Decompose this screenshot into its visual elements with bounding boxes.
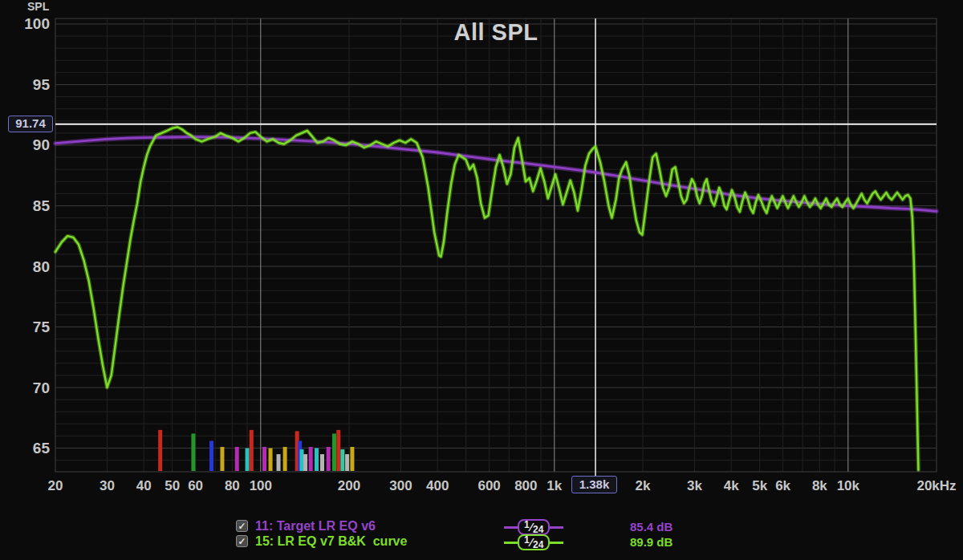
plot-border (55, 18, 937, 472)
measurement-curve-halo (55, 127, 918, 469)
legend-checkbox[interactable]: ✓ (236, 520, 248, 532)
fraction-slash-icon: ⁄ (530, 536, 532, 549)
filter-marker-bar (246, 448, 250, 471)
x-tick-label: 300 (389, 478, 412, 493)
filter-marker-bar (191, 433, 195, 471)
fraction-numerator: 1 (524, 519, 530, 530)
x-tick-label: 600 (477, 478, 500, 493)
filter-marker-bar (350, 447, 354, 471)
x-tick-label: 40 (136, 478, 152, 493)
filter-marker-bar (262, 447, 266, 471)
x-tick-label: 200 (338, 478, 360, 493)
x-tick-label: 3k (687, 478, 702, 493)
filter-marker-bar (303, 454, 307, 471)
filter-marker-bar (300, 449, 304, 471)
x-tick-label: 20kHz (916, 478, 956, 493)
chart-title: All SPL (55, 19, 937, 46)
measurement-curve[interactable] (55, 127, 918, 469)
fraction-slash-icon: ⁄ (530, 521, 532, 534)
x-tick-label: 30 (100, 478, 115, 493)
y-tick-label: 70 (33, 379, 50, 396)
x-tick-label: 4k (724, 478, 739, 493)
legend-label[interactable]: 15: LR EQ v7 B&K curve (255, 534, 407, 549)
filter-marker-bar (269, 448, 273, 471)
cursor-level-readout[interactable]: 91.74 (8, 116, 53, 132)
filter-marker-bar (250, 430, 254, 471)
horizontal-gridlines (55, 24, 937, 461)
cursor-frequency-readout[interactable]: 1.38k (571, 476, 617, 493)
filter-marker-bar (320, 454, 324, 471)
filter-marker-bar (336, 430, 340, 471)
y-axis-unit-label: SPL (27, 0, 49, 13)
filter-marker-bar (220, 447, 224, 471)
check-icon: ✓ (238, 521, 246, 531)
filter-marker-bar (345, 454, 349, 471)
filter-marker-bar (283, 447, 287, 471)
filter-marker-bar (332, 433, 336, 471)
x-tick-label: 800 (514, 478, 537, 493)
vertical-gridlines (107, 18, 847, 472)
filter-marker-bar (315, 448, 319, 471)
x-tick-label: 5k (752, 478, 767, 493)
smoothing-badge[interactable]: 1⁄24 (504, 534, 563, 551)
y-tick-label: 85 (33, 197, 51, 214)
legend-row-measurement: ✓ 15: LR EQ v7 B&K curve 1⁄24 89.9 dB (0, 534, 963, 551)
x-tick-label: 1k (547, 478, 562, 493)
x-tick-label: 8k (812, 478, 827, 493)
fraction-denominator: 24 (533, 539, 543, 550)
filter-marker-bar (277, 454, 281, 471)
x-tick-label: 2k (636, 478, 651, 493)
badge-line-stub (504, 526, 518, 529)
y-tick-label: 100 (24, 15, 50, 32)
filter-marker-bar (327, 447, 331, 471)
filter-marker-bar (158, 430, 162, 471)
filter-marker-bar (340, 449, 344, 471)
y-tick-label: 90 (33, 136, 50, 153)
badge-line-stub (550, 526, 563, 529)
smoothing-fraction: 1⁄24 (518, 519, 550, 535)
x-tick-label: 20 (48, 478, 63, 493)
x-tick-label: 10k (837, 478, 860, 493)
legend-db-value: 89.9 dB (630, 535, 672, 549)
y-tick-label: 75 (33, 319, 51, 335)
y-tick-label: 65 (33, 440, 51, 457)
x-tick-label: 50 (165, 478, 180, 493)
y-tick-label: 80 (33, 258, 50, 275)
fraction-numerator: 1 (524, 534, 530, 546)
filter-marker-bar (235, 447, 239, 471)
filter-marker-bar (209, 440, 213, 471)
badge-line-stub (550, 542, 563, 544)
measurement-curve-line (55, 127, 918, 469)
x-tick-label: 6k (775, 478, 790, 493)
x-tick-label: 80 (225, 478, 240, 493)
filter-marker-bar (309, 447, 313, 471)
y-tick-label: 95 (33, 76, 51, 93)
legend-label[interactable]: 11: Target LR EQ v6 (255, 519, 376, 534)
x-tick-label: 400 (426, 478, 449, 493)
check-icon: ✓ (238, 537, 246, 546)
badge-line-stub (504, 542, 518, 544)
x-tick-label: 100 (250, 478, 272, 493)
x-tick-label: 60 (188, 478, 203, 493)
spl-graph: 1009590858075706520304050608010020030040… (0, 0, 963, 505)
legend-db-value: 85.4 dB (630, 520, 672, 534)
legend-checkbox[interactable]: ✓ (236, 535, 248, 547)
smoothing-fraction: 1⁄24 (518, 534, 550, 550)
